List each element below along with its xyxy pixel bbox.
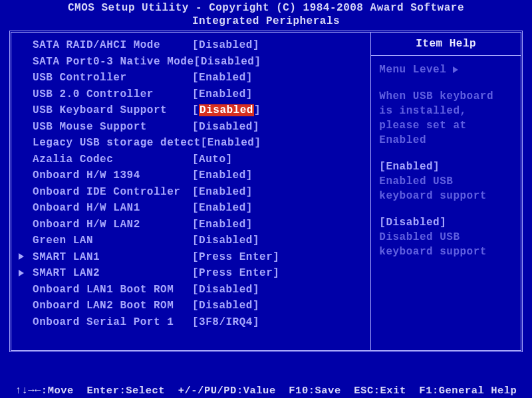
setting-label: Onboard H/W 1394 bbox=[26, 168, 192, 183]
header: CMOS Setup Utility - Copyright (C) 1984-… bbox=[0, 0, 532, 28]
setting-label: SATA Port0-3 Native Mode bbox=[26, 54, 194, 70]
setting-row[interactable]: Onboard IDE Controller[Enabled] bbox=[17, 185, 365, 200]
header-title: CMOS Setup Utility - Copyright (C) 1984-… bbox=[0, 1, 532, 15]
setting-value[interactable]: [Enabled] bbox=[192, 217, 253, 233]
main-frame: SATA RAID/AHCI Mode[Disabled] SATA Port0… bbox=[9, 31, 523, 352]
menu-level-label: Menu Level bbox=[379, 62, 446, 77]
help-option-disabled-label: [Disabled] bbox=[379, 215, 513, 230]
footer: ↑↓→←:Move Enter:Select +/-/PU/PD:Value F… bbox=[0, 355, 532, 398]
setting-row[interactable]: Green LAN[Disabled] bbox=[17, 233, 365, 249]
setting-label: Onboard LAN1 Boot ROM bbox=[26, 282, 192, 298]
help-title: Item Help bbox=[371, 33, 521, 56]
setting-value[interactable]: [Press Enter] bbox=[192, 266, 279, 281]
help-body: Menu Level When USB keyboard is installe… bbox=[371, 56, 521, 266]
setting-row[interactable]: SATA RAID/AHCI Mode[Disabled] bbox=[17, 38, 365, 53]
setting-label: USB Controller bbox=[26, 70, 192, 86]
setting-value[interactable]: [Enabled] bbox=[192, 70, 253, 86]
setting-label: Onboard LAN2 Boot ROM bbox=[26, 298, 192, 314]
setting-label: SMART LAN2 bbox=[26, 266, 192, 281]
setting-label: SATA RAID/AHCI Mode bbox=[26, 38, 192, 53]
setting-row[interactable]: Onboard LAN2 Boot ROM[Disabled] bbox=[17, 298, 365, 314]
setting-value[interactable]: [Enabled] bbox=[192, 87, 253, 102]
submenu-marker-icon bbox=[17, 266, 26, 281]
setting-label: Onboard Serial Port 1 bbox=[26, 315, 192, 330]
setting-row[interactable]: Azalia Codec[Auto] bbox=[17, 152, 365, 167]
setting-row[interactable]: USB 2.0 Controller[Enabled] bbox=[17, 87, 365, 102]
setting-value[interactable]: [Disabled] bbox=[192, 298, 259, 314]
setting-row[interactable]: Onboard Serial Port 1[3F8/IRQ4] bbox=[17, 315, 365, 330]
help-option-enabled-label: [Enabled] bbox=[379, 159, 513, 174]
setting-label: USB 2.0 Controller bbox=[26, 87, 192, 102]
setting-label: Azalia Codec bbox=[26, 152, 192, 167]
triangle-right-icon bbox=[453, 66, 458, 73]
setting-label: Onboard H/W LAN2 bbox=[26, 217, 192, 233]
setting-label: Onboard H/W LAN1 bbox=[26, 201, 192, 216]
setting-row[interactable]: USB Mouse Support[Disabled] bbox=[17, 120, 365, 135]
submenu-marker-icon bbox=[17, 250, 26, 265]
setting-value[interactable]: [Enabled] bbox=[201, 136, 261, 151]
setting-value[interactable]: [3F8/IRQ4] bbox=[192, 315, 259, 330]
help-option-disabled-desc: Disabled USB keyboard support bbox=[379, 230, 513, 259]
setting-value[interactable]: [Disabled] bbox=[192, 120, 259, 135]
setting-label: SMART LAN1 bbox=[26, 250, 192, 265]
setting-row[interactable]: USB Controller[Enabled] bbox=[17, 70, 365, 86]
setting-value[interactable]: [Auto] bbox=[192, 152, 233, 167]
setting-value[interactable]: [Enabled] bbox=[192, 185, 253, 200]
settings-list[interactable]: SATA RAID/AHCI Mode[Disabled] SATA Port0… bbox=[11, 33, 371, 350]
setting-row[interactable]: Onboard LAN1 Boot ROM[Disabled] bbox=[17, 282, 365, 298]
setting-value[interactable]: [Disabled] bbox=[192, 282, 259, 298]
setting-row[interactable]: Onboard H/W LAN2[Enabled] bbox=[17, 217, 365, 233]
menu-level-row: Menu Level bbox=[379, 62, 513, 77]
setting-value[interactable]: [Disabled] bbox=[192, 103, 261, 118]
setting-label: Onboard IDE Controller bbox=[26, 185, 192, 200]
setting-value[interactable]: [Disabled] bbox=[192, 38, 259, 53]
setting-label: USB Keyboard Support bbox=[26, 103, 192, 118]
setting-value[interactable]: [Enabled] bbox=[192, 201, 253, 216]
setting-label: Legacy USB storage detect bbox=[26, 136, 201, 151]
setting-label: USB Mouse Support bbox=[26, 120, 192, 135]
setting-value[interactable]: [Disabled] bbox=[192, 233, 259, 249]
help-option-enabled-desc: Enabled USB keyboard support bbox=[379, 174, 513, 203]
setting-row[interactable]: USB Keyboard Support[Disabled] bbox=[17, 103, 365, 118]
setting-row[interactable]: SATA Port0-3 Native Mode[Disabled] bbox=[17, 54, 365, 70]
setting-label: Green LAN bbox=[26, 233, 192, 249]
setting-row[interactable]: Onboard H/W 1394[Enabled] bbox=[17, 168, 365, 183]
setting-value[interactable]: [Disabled] bbox=[194, 54, 261, 70]
setting-row[interactable]: Legacy USB storage detect[Enabled] bbox=[17, 136, 365, 151]
setting-value[interactable]: [Enabled] bbox=[192, 168, 253, 183]
setting-value[interactable]: [Press Enter] bbox=[192, 250, 279, 265]
header-subtitle: Integrated Peripherals bbox=[0, 15, 532, 28]
setting-row[interactable]: SMART LAN2[Press Enter] bbox=[17, 266, 365, 281]
help-panel: Item Help Menu Level When USB keyboard i… bbox=[371, 33, 521, 350]
help-description: When USB keyboard is installed, please s… bbox=[379, 89, 513, 148]
setting-row[interactable]: SMART LAN1[Press Enter] bbox=[17, 250, 365, 265]
footer-line-1: ↑↓→←:Move Enter:Select +/-/PU/PD:Value F… bbox=[0, 384, 532, 398]
setting-row[interactable]: Onboard H/W LAN1[Enabled] bbox=[17, 201, 365, 216]
